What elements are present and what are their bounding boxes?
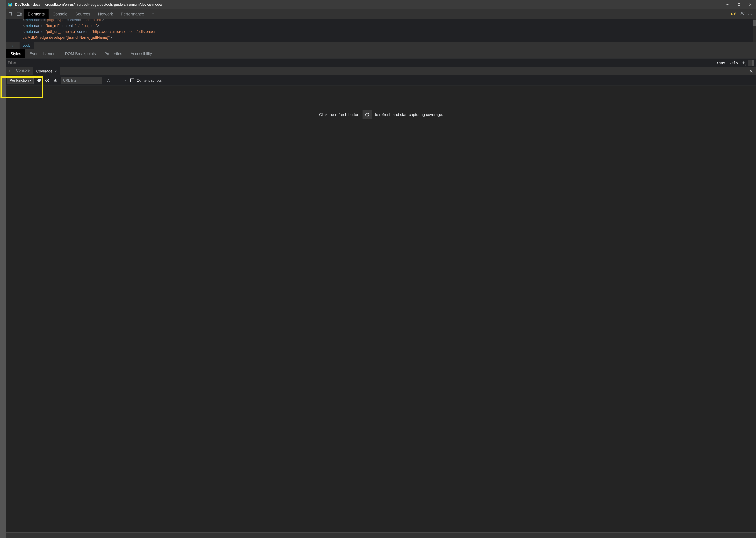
- tab-performance[interactable]: Performance: [117, 9, 148, 19]
- drawer-tab-console[interactable]: Console: [13, 67, 33, 74]
- coverage-message-after: to refresh and start capturing coverage.: [375, 112, 443, 117]
- coverage-toolbar: Per function ▼ URL filter All ▼ Content …: [6, 75, 756, 86]
- checkbox-icon: [130, 79, 134, 82]
- maximize-button[interactable]: [733, 0, 745, 9]
- subtab-accessibility[interactable]: Accessibility: [127, 49, 156, 58]
- svg-point-11: [743, 12, 744, 13]
- coverage-refresh-button[interactable]: [362, 110, 372, 119]
- svg-rect-1: [9, 5, 11, 6]
- feedback-icon[interactable]: [740, 11, 744, 17]
- minimize-button[interactable]: [722, 0, 733, 9]
- coverage-type-dropdown[interactable]: All ▼: [105, 77, 128, 84]
- subtab-dom-breakpoints[interactable]: DOM Breakpoints: [61, 49, 100, 58]
- warnings-indicator[interactable]: 6: [730, 12, 736, 16]
- dom-line-1: <meta name="toc_rel" content="../../toc.…: [23, 23, 756, 29]
- chevron-down-icon: ▼: [124, 79, 126, 82]
- coverage-url-filter[interactable]: URL filter: [61, 77, 102, 84]
- drawer-drag-handle-icon[interactable]: ⋮⋮⋮: [6, 67, 13, 74]
- styles-filter-row: :hov .cls +◢: [6, 58, 756, 67]
- export-icon[interactable]: [53, 78, 58, 83]
- dom-line-prev: <meta name="page_type" content="conceptu…: [23, 19, 756, 23]
- settings-menu-icon[interactable]: ···: [748, 12, 752, 16]
- svg-point-10: [741, 12, 743, 14]
- window-title: DevTools - docs.microsoft.com/en-us/micr…: [15, 2, 722, 7]
- close-coverage-tab-icon[interactable]: ✕: [54, 70, 57, 73]
- tab-network[interactable]: Network: [94, 9, 117, 19]
- drawer-tab-coverage[interactable]: Coverage ✕: [33, 67, 60, 75]
- tabs-overflow-button[interactable]: »: [148, 9, 158, 19]
- styles-filter-input[interactable]: [8, 61, 99, 65]
- drawer-tabs: ⋮⋮⋮ Console Coverage ✕: [6, 67, 756, 75]
- tab-console[interactable]: Console: [49, 9, 71, 19]
- inspect-element-icon[interactable]: [6, 9, 15, 19]
- dom-line-2b: us/MSDN.edge-developer/{branchName}{pdfN…: [23, 34, 756, 40]
- coverage-empty-state: Click the refresh button to refresh and …: [6, 86, 756, 532]
- content-scripts-checkbox[interactable]: Content scripts: [130, 78, 161, 83]
- main-tabs: Elements Console Sources Network Perform…: [24, 9, 158, 19]
- styles-scroll-indicator[interactable]: [748, 60, 754, 66]
- warnings-count: 6: [734, 12, 736, 16]
- subtab-properties[interactable]: Properties: [100, 49, 126, 58]
- subtab-event-listeners[interactable]: Event Listeners: [25, 49, 61, 58]
- dom-line-2a: <meta name="pdf_url_template" content="h…: [23, 29, 756, 34]
- crumb-body[interactable]: body: [20, 42, 34, 49]
- coverage-granularity-dropdown[interactable]: Per function ▼: [8, 77, 33, 84]
- tab-sources[interactable]: Sources: [71, 9, 94, 19]
- toolbar-right: 6 ···: [730, 9, 756, 19]
- sidebar-tabs: Styles Event Listeners DOM Breakpoints P…: [6, 49, 756, 58]
- tab-elements[interactable]: Elements: [24, 9, 49, 19]
- close-window-button[interactable]: [745, 0, 756, 9]
- elements-dom-tree[interactable]: <meta name="page_type" content="conceptu…: [6, 19, 756, 42]
- titlebar: DevTools - docs.microsoft.com/en-us/micr…: [6, 0, 756, 9]
- devtools-window: DevTools - docs.microsoft.com/en-us/micr…: [6, 0, 756, 538]
- clear-icon[interactable]: [45, 78, 50, 83]
- crumb-html[interactable]: html: [6, 42, 20, 49]
- subtab-styles[interactable]: Styles: [6, 49, 25, 58]
- window-buttons: [722, 0, 756, 9]
- cls-toggle[interactable]: .cls: [729, 61, 738, 65]
- dom-breadcrumb: html body: [6, 42, 756, 49]
- chevron-down-icon: ▼: [29, 79, 31, 82]
- statusbar: [6, 532, 756, 538]
- devtools-app-icon: [8, 2, 13, 7]
- device-toggle-icon[interactable]: [15, 9, 24, 19]
- svg-rect-3: [738, 4, 740, 6]
- coverage-message-before: Click the refresh button: [319, 112, 359, 117]
- main-toolbar: Elements Console Sources Network Perform…: [6, 9, 756, 19]
- close-drawer-button[interactable]: [746, 67, 756, 75]
- hov-toggle[interactable]: :hov: [717, 61, 725, 65]
- reload-icon[interactable]: [36, 78, 42, 83]
- svg-line-15: [46, 80, 48, 81]
- svg-rect-7: [17, 13, 20, 15]
